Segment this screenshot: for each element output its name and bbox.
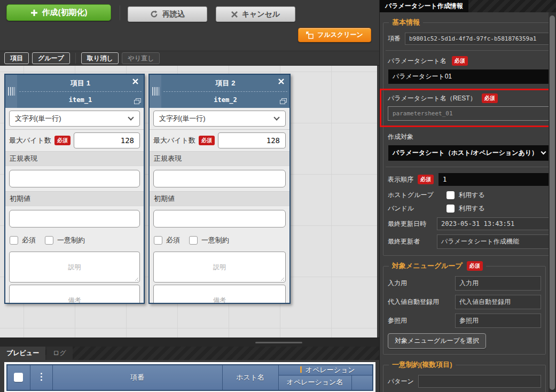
close-icon[interactable]: [132, 79, 141, 87]
undo-button[interactable]: 取り消し: [81, 52, 119, 64]
item-type-select[interactable]: 文字列(単一行): [153, 111, 286, 127]
chevron-down-icon: [273, 114, 279, 120]
add-item-button[interactable]: 項目: [4, 52, 29, 64]
col-operation-label: オペレーション: [306, 366, 355, 374]
description-textarea[interactable]: 説明: [153, 252, 286, 283]
col-operation-group: オペレーション: [278, 365, 373, 375]
updater-label: 最終更新者: [388, 237, 433, 246]
bundle-label: バンドル: [388, 204, 442, 213]
bundle-checkbox[interactable]: [447, 205, 455, 213]
panel-tabbar: パラメータシート作成情報: [380, 0, 556, 12]
resize-handle-icon[interactable]: [279, 276, 284, 281]
flags-row: 必須 一意制約: [150, 231, 289, 249]
rest-name-input[interactable]: parametersheet_01: [388, 106, 549, 121]
bottom-tabbar: プレビュー ログ: [0, 347, 379, 360]
drag-handle[interactable]: [150, 75, 161, 108]
hostgroup-checkbox[interactable]: [447, 191, 455, 199]
required-checkbox[interactable]: [154, 236, 162, 245]
edit-toolbar-separator: [75, 53, 76, 64]
unique-checkbox-label: 一意制約: [57, 236, 85, 245]
required-checkbox-label: 必須: [22, 236, 36, 245]
drag-handle[interactable]: [5, 75, 17, 108]
close-icon[interactable]: [278, 79, 287, 87]
open-window-icon[interactable]: [280, 98, 287, 104]
default-input[interactable]: [153, 210, 286, 228]
bundle-row: バンドル 利用する: [388, 204, 549, 213]
item-card-header: 項目 1 item_1: [5, 75, 144, 108]
item-type-select[interactable]: 文字列(単一行): [9, 111, 140, 127]
note-placeholder: 備考: [68, 296, 81, 304]
sheet-name-input[interactable]: パラメータシート01: [388, 69, 549, 84]
splitter-handle[interactable]: [255, 342, 302, 343]
required-badge: 必須: [452, 56, 468, 66]
menu-ref-row: 参照用 参照用: [388, 313, 541, 328]
max-bytes-row: 最大バイト数 必須 128: [5, 129, 144, 151]
tab-log[interactable]: ログ: [46, 347, 73, 360]
top-toolbar: 作成(初期化) 再読込 キャンセル フルスクリーン: [0, 0, 379, 51]
menu-ref-label: 参照用: [388, 316, 451, 325]
menu-input-label: 入力用: [388, 279, 451, 288]
redo-button[interactable]: やり直し: [122, 52, 160, 64]
select-all-checkbox[interactable]: [14, 373, 23, 382]
unique-checkbox[interactable]: [45, 236, 53, 245]
basic-info-section: 基本情報 項番 b9801c52-5d1d-4f7d-97fc-b5818763…: [383, 18, 549, 256]
open-window-icon[interactable]: [134, 98, 141, 104]
reload-button-label: 再読込: [162, 10, 185, 19]
chevron-down-icon: [541, 150, 546, 155]
updater-row: 最終更新者 パラメータシート作成機能: [388, 234, 549, 249]
reload-icon: [150, 10, 158, 18]
item-type-value: 文字列(単一行): [15, 114, 61, 123]
pattern-input[interactable]: [418, 375, 541, 388]
reload-button[interactable]: 再読込: [128, 6, 207, 22]
edit-toolbar: 項目 グループ 取り消し やり直し: [0, 51, 379, 66]
default-input[interactable]: [9, 210, 140, 228]
create-button[interactable]: 作成(初期化): [6, 4, 111, 21]
menu-subst-row: 代入値自動登録用 代入値自動登録用: [388, 295, 541, 309]
regex-input[interactable]: [153, 170, 286, 187]
drag-handle-icon: [152, 87, 159, 96]
resize-handle-icon[interactable]: [134, 276, 138, 281]
panel-body: 基本情報 項番 b9801c52-5d1d-4f7d-97fc-b5818763…: [380, 12, 549, 392]
menu-subst-value: 代入値自動登録用: [455, 295, 541, 309]
display-order-input[interactable]: 1: [438, 173, 549, 186]
panel-scrollbar[interactable]: [549, 12, 556, 392]
menu-group-section: 対象メニューグループ 必須 入力用 入力用 代入値自動登録用 代入値自動登録用 …: [383, 261, 546, 355]
regex-input[interactable]: [9, 170, 140, 187]
divider: [386, 50, 549, 51]
type-select-row: 文字列(単一行): [150, 108, 289, 129]
display-order-label: 表示順序: [388, 175, 413, 184]
tab-parameter-sheet-info[interactable]: パラメータシート作成情報: [380, 0, 468, 12]
close-icon: [231, 11, 238, 18]
create-button-label: 作成(初期化): [42, 7, 88, 18]
display-order-row: 表示順序 必須 1: [388, 173, 549, 186]
target-label: 作成対象: [388, 132, 413, 142]
note-textarea[interactable]: 備考: [153, 285, 286, 304]
kebab-menu-icon[interactable]: [41, 373, 42, 374]
menu-input-value: 入力用: [455, 276, 541, 291]
parameter-sheet-info-panel: パラメータシート作成情報 基本情報 項番 b9801c52-5d1d-4f7d-…: [379, 0, 556, 392]
max-bytes-input[interactable]: 128: [218, 132, 286, 148]
add-group-button[interactable]: グループ: [32, 52, 70, 64]
required-checkbox[interactable]: [10, 236, 18, 245]
tab-preview-label: プレビュー: [6, 349, 39, 358]
panel-tab-label: パラメータシート作成情報: [385, 2, 463, 11]
max-bytes-input[interactable]: 128: [74, 132, 140, 148]
design-canvas: 項目 1 item_1 文字列(単一行) 最大バイト数 必須 128: [0, 66, 377, 338]
target-select[interactable]: パラメータシート（ホスト/オペレーションあり）: [388, 145, 549, 161]
select-menu-group-button[interactable]: 対象メニューグループを選択: [388, 333, 486, 349]
target-label-row: 作成対象: [388, 132, 549, 142]
description-textarea[interactable]: 説明: [9, 252, 140, 283]
note-textarea[interactable]: 備考: [9, 285, 140, 304]
fullscreen-button[interactable]: フルスクリーン: [298, 28, 371, 42]
item-card-title: 項目 1: [17, 75, 144, 91]
required-badge: 必須: [482, 93, 498, 103]
bundle-use-label: 利用する: [459, 204, 485, 213]
item-card-2: 項目 2 item_2 文字列(単一行) 最大バイト数 必須 128: [148, 74, 291, 304]
description-placeholder: 説明: [213, 263, 226, 272]
cancel-button[interactable]: キャンセル: [216, 6, 295, 22]
unique-checkbox[interactable]: [189, 236, 198, 245]
scrollbar-thumb[interactable]: [550, 15, 555, 390]
tab-log-label: ログ: [53, 349, 66, 358]
tab-preview[interactable]: プレビュー: [0, 347, 45, 360]
unique-constraint-legend: 一意制約(複数項目): [392, 360, 452, 370]
